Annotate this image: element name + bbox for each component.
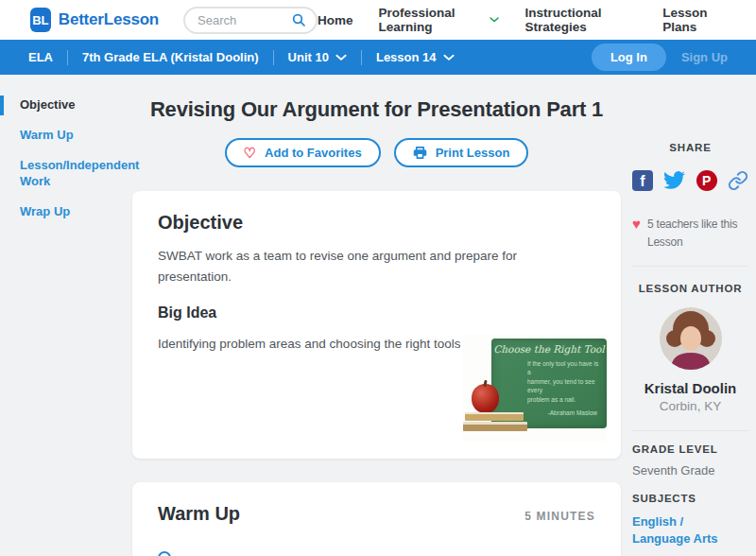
betterlesson-logo[interactable]: BL bbox=[30, 8, 51, 32]
lesson-sidebar: SHARE f P ♥ 5 teachers like this Lesson … bbox=[621, 75, 756, 556]
search-input[interactable] bbox=[198, 13, 291, 27]
breadcrumb-lesson-label: Lesson 14 bbox=[376, 50, 437, 64]
toc-item-label: Objective bbox=[20, 97, 76, 112]
subjects-heading: SUBJECTS bbox=[632, 493, 748, 504]
twitter-icon[interactable] bbox=[663, 169, 685, 191]
print-lesson-button[interactable]: Print Lesson bbox=[394, 138, 529, 167]
pinterest-icon[interactable]: P bbox=[696, 170, 717, 191]
apple-graphic bbox=[472, 384, 499, 413]
lesson-author-heading: LESSON AUTHOR bbox=[632, 283, 748, 294]
breadcrumb-lesson-dropdown[interactable]: Lesson 14 bbox=[376, 50, 455, 64]
link-icon[interactable] bbox=[728, 170, 748, 191]
nav-lesson-plans-label: Lesson Plans bbox=[662, 6, 728, 34]
print-lesson-label: Print Lesson bbox=[436, 146, 510, 160]
big-idea-heading: Big Idea bbox=[158, 304, 595, 321]
logo-text: BL bbox=[32, 13, 48, 27]
objective-text: SWBAT work as a team to revise one argum… bbox=[158, 246, 564, 287]
toc-item-lesson-independent-work[interactable]: Lesson/Independent Work bbox=[0, 158, 132, 190]
warm-up-header: Warm Up 5 MINUTES bbox=[158, 503, 595, 525]
lesson-title: Revising Our Argument for Presentation P… bbox=[132, 75, 621, 122]
facebook-letter: f bbox=[640, 173, 644, 190]
toc-item-label: Wrap Up bbox=[20, 204, 70, 218]
pinterest-letter: P bbox=[702, 173, 711, 188]
add-to-favorites-button[interactable]: ♡ Add to Favorites bbox=[225, 138, 381, 167]
lesson-image: Choose the Right Tool If the only tool y… bbox=[463, 334, 607, 442]
breadcrumb-unit-label: Unit 10 bbox=[288, 50, 329, 64]
grade-level-heading: GRADE LEVEL bbox=[632, 443, 748, 455]
author-avatar[interactable] bbox=[632, 307, 748, 370]
chalkboard-quote: If the only tool you have is a hammer, y… bbox=[527, 359, 603, 404]
nav-instructional-strategies[interactable]: Instructional Strategies bbox=[525, 6, 638, 34]
breadcrumb-separator bbox=[361, 50, 362, 65]
lesson-actions: ♡ Add to Favorites Print Lesson bbox=[132, 138, 621, 167]
page-content: Objective Warm Up Lesson/Independent Wor… bbox=[0, 75, 756, 556]
toc-item-wrap-up[interactable]: Wrap Up bbox=[0, 204, 132, 220]
login-button[interactable]: Log In bbox=[592, 43, 666, 71]
add-to-favorites-label: Add to Favorites bbox=[265, 146, 362, 160]
breadcrumb-unit-dropdown[interactable]: Unit 10 bbox=[288, 50, 347, 64]
lesson-toc: Objective Warm Up Lesson/Independent Wor… bbox=[0, 97, 132, 234]
author-location: Corbin, KY bbox=[632, 399, 748, 413]
search-icon[interactable] bbox=[291, 12, 306, 27]
toc-item-objective[interactable]: Objective bbox=[0, 97, 132, 113]
top-navigation-bar: BL BetterLesson Home Professional Learni… bbox=[0, 0, 756, 40]
divider bbox=[632, 430, 748, 431]
chevron-down-icon bbox=[443, 54, 455, 61]
likes-text: 5 teachers like this Lesson bbox=[647, 216, 746, 251]
auth-controls: Log In Sign Up bbox=[592, 43, 728, 71]
toc-item-label: Lesson/Independent Work bbox=[20, 158, 139, 188]
printer-icon bbox=[413, 146, 427, 160]
chalkboard-title: Choose the Right Tool bbox=[491, 343, 607, 355]
objective-section: Objective SWBAT work as a team to revise… bbox=[132, 191, 621, 459]
author-name[interactable]: Kristal Doolin bbox=[632, 380, 748, 396]
heart-outline-icon: ♡ bbox=[244, 146, 256, 160]
breadcrumb-separator bbox=[67, 50, 68, 65]
active-section-bar bbox=[0, 96, 4, 115]
share-heading: SHARE bbox=[632, 142, 748, 153]
brand-name[interactable]: BetterLesson bbox=[59, 10, 159, 29]
book-graphic bbox=[463, 422, 527, 431]
breadcrumb-course-label: 7th Grade ELA (Kristal Doolin) bbox=[82, 50, 259, 64]
nav-lesson-plans[interactable]: Lesson Plans bbox=[662, 6, 728, 34]
toc-item-warm-up[interactable]: Warm Up bbox=[0, 128, 132, 144]
duration-badge: 5 MINUTES bbox=[524, 510, 595, 523]
breadcrumb-ela[interactable]: ELA bbox=[28, 50, 53, 64]
breadcrumb-separator bbox=[273, 50, 274, 65]
grade-level-value: Seventh Grade bbox=[632, 463, 748, 478]
nav-home-label: Home bbox=[318, 13, 353, 27]
resource-link-icon[interactable] bbox=[158, 551, 171, 556]
lesson-main: Revising Our Argument for Presentation P… bbox=[132, 75, 621, 556]
warm-up-heading: Warm Up bbox=[158, 503, 240, 525]
book-graphic bbox=[465, 412, 524, 421]
search-box[interactable] bbox=[183, 7, 318, 34]
likes-status: ♥ 5 teachers like this Lesson bbox=[632, 216, 748, 251]
nav-instructional-strategies-label: Instructional Strategies bbox=[525, 6, 638, 34]
objective-heading: Objective bbox=[158, 212, 595, 234]
warm-up-section: Warm Up 5 MINUTES bbox=[132, 482, 621, 556]
toc-item-label: Warm Up bbox=[20, 128, 74, 142]
main-nav: Home Professional Learning Instructional… bbox=[318, 6, 728, 34]
breadcrumb-bar: ELA 7th Grade ELA (Kristal Doolin) Unit … bbox=[0, 40, 756, 75]
divider bbox=[632, 266, 748, 267]
nav-professional-learning[interactable]: Professional Learning bbox=[379, 6, 500, 34]
nav-professional-learning-label: Professional Learning bbox=[379, 6, 484, 34]
signup-button[interactable]: Sign Up bbox=[681, 50, 728, 64]
breadcrumb-ela-label: ELA bbox=[28, 50, 53, 64]
subject-link-english-language-arts[interactable]: English / Language Arts bbox=[632, 513, 744, 547]
nav-home[interactable]: Home bbox=[318, 13, 353, 27]
avatar-image bbox=[660, 307, 722, 370]
chevron-down-icon bbox=[490, 16, 499, 24]
share-icons-row: f P bbox=[632, 169, 748, 191]
breadcrumb-course[interactable]: 7th Grade ELA (Kristal Doolin) bbox=[82, 50, 259, 64]
heart-filled-icon: ♥ bbox=[632, 216, 641, 251]
chevron-down-icon bbox=[335, 54, 347, 61]
facebook-icon[interactable]: f bbox=[632, 170, 653, 191]
